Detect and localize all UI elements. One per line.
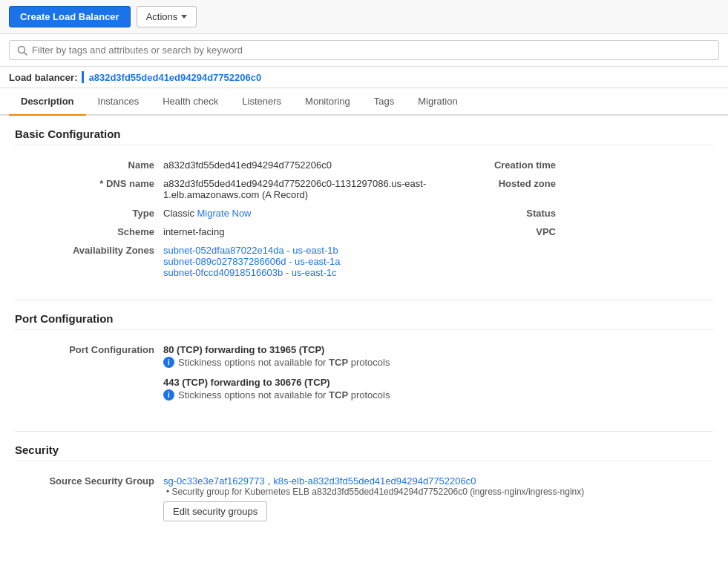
breadcrumb-id: a832d3fd55ded41ed94294d7752206c0 [88, 72, 261, 83]
status-label: Status [446, 204, 565, 223]
scheme-value: internet-facing [163, 223, 446, 241]
breadcrumb-prefix: Load balancer: [9, 72, 77, 83]
search-icon [17, 45, 27, 56]
dns-value: a832d3fd55ded41ed94294d7752206c0-1131297… [163, 174, 446, 204]
creation-time-label: Creation time [446, 156, 565, 174]
actions-label: Actions [146, 11, 178, 22]
source-sg-label: Source Security Group [15, 472, 163, 525]
sg-link-1[interactable]: sg-0c33e3e7af1629773 [163, 475, 265, 487]
sg-description: • Security group for Kubernetes ELB a832… [163, 487, 713, 497]
port-entry-2-note-text: Stickiness options not available for TCP… [178, 389, 390, 401]
az-values: subnet-052dfaa87022e14da - us-east-1b su… [163, 241, 446, 282]
port-entry-1-note-text: Stickiness options not available for TCP… [178, 357, 390, 368]
breadcrumb: Load balancer: a832d3fd55ded41ed94294d77… [0, 67, 728, 88]
port-config-label: Port Configuration [15, 340, 163, 413]
az-link-1[interactable]: subnet-052dfaa87022e14da - us-east-1b [163, 245, 338, 256]
port-config-title: Port Configuration [15, 312, 713, 330]
status-value [565, 204, 713, 223]
tab-monitoring[interactable]: Monitoring [293, 88, 362, 116]
tab-listeners[interactable]: Listeners [230, 88, 293, 116]
breadcrumb-bar [82, 71, 84, 83]
svg-line-1 [24, 52, 27, 55]
actions-button[interactable]: Actions [137, 6, 197, 27]
basic-config-title: Basic Configuration [15, 128, 713, 145]
chevron-down-icon [181, 15, 187, 19]
creation-time-value [565, 156, 713, 174]
vpc-label: VPC [446, 223, 565, 241]
search-wrapper [9, 40, 719, 60]
source-sg-value: sg-0c33e3e7af1629773 , k8s-elb-a832d3fd5… [163, 472, 713, 525]
type-label: Type [15, 204, 163, 223]
tab-health-check[interactable]: Health check [151, 88, 230, 116]
port-config-entries: 80 (TCP) forwarding to 31965 (TCP) i Sti… [163, 340, 713, 413]
port-entry-1-note: i Stickiness options not available for T… [163, 357, 713, 368]
sg-links: sg-0c33e3e7af1629773 , k8s-elb-a832d3fd5… [163, 475, 713, 487]
security-title: Security [15, 444, 713, 461]
edit-security-groups-button[interactable]: Edit security groups [163, 501, 267, 521]
az-link-3[interactable]: subnet-0fccd40918516603b - us-east-1c [163, 267, 336, 278]
az-link-2[interactable]: subnet-089c027837286606d - us-east-1a [163, 256, 341, 267]
type-classic: Classic [163, 208, 194, 219]
search-input[interactable] [32, 45, 711, 56]
info-icon-1: i [163, 357, 174, 368]
hosted-zone-label: Hosted zone [446, 174, 565, 204]
tab-migration[interactable]: Migration [406, 88, 469, 116]
tab-description[interactable]: Description [9, 88, 86, 116]
tabs: Description Instances Health check Liste… [0, 88, 728, 116]
sg-separator: , [268, 475, 271, 487]
info-icon-2: i [163, 389, 174, 401]
port-entry-2: 443 (TCP) forwarding to 30676 (TCP) i St… [163, 377, 713, 401]
port-entry-2-note: i Stickiness options not available for T… [163, 389, 713, 401]
security-section: Security Source Security Group sg-0c33e3… [15, 444, 713, 525]
name-value: a832d3fd55ded41ed94294d7752206c0 [163, 156, 446, 174]
create-load-balancer-button[interactable]: Create Load Balancer [9, 6, 131, 27]
tab-tags[interactable]: Tags [362, 88, 406, 116]
port-entry-1: 80 (TCP) forwarding to 31965 (TCP) i Sti… [163, 344, 713, 368]
divider-2 [15, 431, 713, 432]
port-entry-1-title: 80 (TCP) forwarding to 31965 (TCP) [163, 344, 713, 355]
hosted-zone-value [565, 174, 713, 204]
az-label: Availability Zones [15, 241, 163, 282]
content-area: Basic Configuration Name a832d3fd55ded41… [0, 116, 728, 555]
port-configuration-section: Port Configuration Port Configuration 80… [15, 312, 713, 413]
top-bar: Create Load Balancer Actions [0, 0, 728, 34]
tab-instances[interactable]: Instances [86, 88, 151, 116]
type-value: Classic Migrate Now [163, 204, 446, 223]
dns-label: * DNS name [15, 174, 163, 204]
vpc-value [565, 223, 713, 241]
basic-configuration-section: Basic Configuration Name a832d3fd55ded41… [15, 128, 713, 282]
migrate-now-link[interactable]: Migrate Now [197, 208, 252, 219]
sg-link-2[interactable]: k8s-elb-a832d3fd55ded41ed94294d7752206c0 [273, 475, 476, 487]
port-entry-2-title: 443 (TCP) forwarding to 30676 (TCP) [163, 377, 713, 388]
divider-1 [15, 300, 713, 300]
scheme-label: Scheme [15, 223, 163, 241]
name-label: Name [15, 156, 163, 174]
search-bar [0, 34, 728, 67]
